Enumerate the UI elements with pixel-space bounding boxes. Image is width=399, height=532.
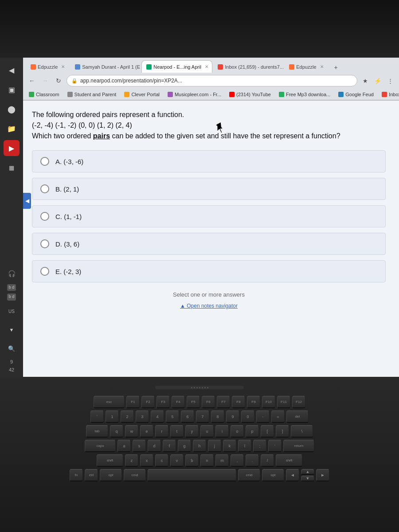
key-lcmd[interactable]: cmd: [124, 469, 146, 481]
key-esc[interactable]: esc: [94, 396, 125, 408]
bookmark-btn[interactable]: ★: [360, 75, 371, 86]
key-p[interactable]: p: [246, 425, 259, 438]
key-lshift[interactable]: shift: [97, 454, 123, 467]
key-i[interactable]: i: [215, 425, 229, 438]
key-9[interactable]: 9: [226, 411, 239, 423]
bookmark-music[interactable]: Musicpleer.com - Fr...: [165, 91, 223, 98]
key-k[interactable]: k: [223, 440, 236, 452]
sidebar-wifi[interactable]: ▼: [4, 322, 20, 338]
key-l[interactable]: l: [238, 440, 251, 452]
reload-btn[interactable]: ↻: [53, 75, 64, 86]
option-d[interactable]: D. (3, 6): [32, 233, 386, 255]
collapse-sidebar-btn[interactable]: ◀: [23, 193, 31, 209]
key-fn[interactable]: fn: [70, 469, 83, 481]
key-f1[interactable]: F1: [126, 396, 140, 408]
key-f8[interactable]: F8: [232, 396, 245, 408]
key-h[interactable]: h: [193, 440, 206, 452]
key-space[interactable]: [148, 469, 236, 481]
key-f[interactable]: f: [163, 440, 176, 452]
bookmark-classroom[interactable]: Classroom: [27, 91, 62, 98]
sidebar-search[interactable]: 🔍: [4, 340, 20, 356]
tab-samyah[interactable]: Samyah Durant - April 1 (E ✕: [70, 60, 141, 73]
report-link[interactable]: ▲ Open notes navigator: [32, 301, 386, 309]
bookmark-student[interactable]: Student and Parent: [65, 91, 119, 98]
key-q[interactable]: q: [110, 425, 123, 438]
key-return[interactable]: return: [283, 440, 314, 452]
sidebar-headphones[interactable]: 🎧: [4, 266, 20, 282]
tab-close-edpuzzle[interactable]: ✕: [61, 64, 65, 69]
key-rshift[interactable]: shift: [276, 454, 302, 467]
key-8[interactable]: 8: [211, 411, 224, 423]
open-notes-link[interactable]: ▲ Open notes navigator: [180, 303, 238, 309]
bookmark-feud[interactable]: Google Feud: [336, 91, 376, 98]
key-equals[interactable]: =: [271, 411, 285, 423]
bookmark-inbox[interactable]: Inbox (19,180) - dur...: [379, 91, 399, 98]
tab-edpuzzle2[interactable]: Edpuzzle ✕: [284, 60, 328, 73]
key-f2[interactable]: F2: [141, 396, 155, 408]
key-caps[interactable]: caps: [85, 440, 116, 452]
key-s[interactable]: s: [133, 440, 146, 452]
key-y[interactable]: y: [185, 425, 199, 438]
sidebar-monitor[interactable]: ▣: [4, 82, 20, 98]
bookmark-youtube[interactable]: (2314) YouTube: [227, 91, 273, 98]
key-f6[interactable]: F6: [202, 396, 215, 408]
bookmark-mp3[interactable]: Free Mp3 downloa...: [277, 91, 332, 98]
key-f7[interactable]: F7: [217, 396, 230, 408]
key-f9[interactable]: F9: [247, 396, 260, 408]
key-right[interactable]: ►: [316, 469, 329, 481]
key-3[interactable]: 3: [136, 411, 149, 423]
key-f4[interactable]: F4: [172, 396, 185, 408]
key-1[interactable]: 1: [106, 411, 119, 423]
sidebar-circle[interactable]: ⬤: [4, 101, 20, 117]
key-delete[interactable]: del: [286, 411, 309, 423]
tab-inbox[interactable]: Inbox (21,659) - durents7... ✕: [213, 60, 284, 73]
key-minus[interactable]: -: [256, 411, 270, 423]
option-b[interactable]: B. (2, 1): [32, 178, 386, 200]
key-period[interactable]: .: [246, 454, 259, 467]
key-ropt[interactable]: opt: [262, 469, 284, 481]
key-semicolon[interactable]: ;: [253, 440, 266, 452]
key-quote[interactable]: ': [268, 440, 282, 452]
bookmark-clever[interactable]: Clever Portal: [122, 91, 162, 98]
key-a[interactable]: a: [117, 440, 131, 452]
key-b[interactable]: b: [185, 454, 199, 467]
key-f5[interactable]: F5: [187, 396, 200, 408]
key-f3[interactable]: F3: [156, 396, 170, 408]
key-f11[interactable]: F11: [277, 396, 290, 408]
key-down[interactable]: ▼: [301, 476, 314, 481]
key-backtick[interactable]: `: [90, 411, 104, 423]
sidebar-grid[interactable]: ▦: [4, 160, 20, 176]
key-6[interactable]: 6: [181, 411, 194, 423]
key-c[interactable]: c: [155, 454, 168, 467]
option-e[interactable]: E. (-2, 3): [32, 260, 386, 282]
key-z[interactable]: z: [125, 454, 138, 467]
key-comma[interactable]: ,: [231, 454, 244, 467]
address-bar[interactable]: 🔒 app.nearpod.com/presentation/pin=XP2A.…: [66, 75, 357, 86]
key-m[interactable]: m: [215, 454, 229, 467]
sidebar-arrow-left[interactable]: ◀: [4, 62, 20, 78]
key-f12[interactable]: F12: [292, 396, 305, 408]
key-lbracket[interactable]: [: [261, 425, 274, 438]
key-up[interactable]: ▲: [301, 469, 314, 475]
key-t[interactable]: t: [170, 425, 184, 438]
key-d[interactable]: d: [148, 440, 161, 452]
back-btn[interactable]: ←: [27, 75, 37, 86]
key-e[interactable]: e: [140, 425, 153, 438]
new-tab-btn[interactable]: +: [331, 62, 341, 73]
extensions-btn[interactable]: ⚡: [372, 75, 383, 86]
key-rcmd[interactable]: cmd: [238, 469, 260, 481]
key-backslash[interactable]: \: [291, 425, 313, 438]
key-4[interactable]: 4: [151, 411, 164, 423]
tab-close-nearpod[interactable]: ✕: [205, 64, 208, 69]
key-ctrl[interactable]: ctrl: [85, 469, 98, 481]
key-o[interactable]: o: [231, 425, 244, 438]
tab-close-edpuzzle2[interactable]: ✕: [320, 64, 324, 69]
key-r[interactable]: r: [155, 425, 168, 438]
option-a[interactable]: A. (-3, -6): [32, 150, 386, 172]
option-c[interactable]: C. (1, -1): [32, 205, 386, 227]
key-f10[interactable]: F10: [262, 396, 275, 408]
tab-edpuzzle[interactable]: Edpuzzle ✕: [26, 60, 70, 73]
key-x[interactable]: x: [140, 454, 153, 467]
key-0[interactable]: 0: [241, 411, 254, 423]
menu-btn[interactable]: ⋮: [385, 75, 395, 86]
